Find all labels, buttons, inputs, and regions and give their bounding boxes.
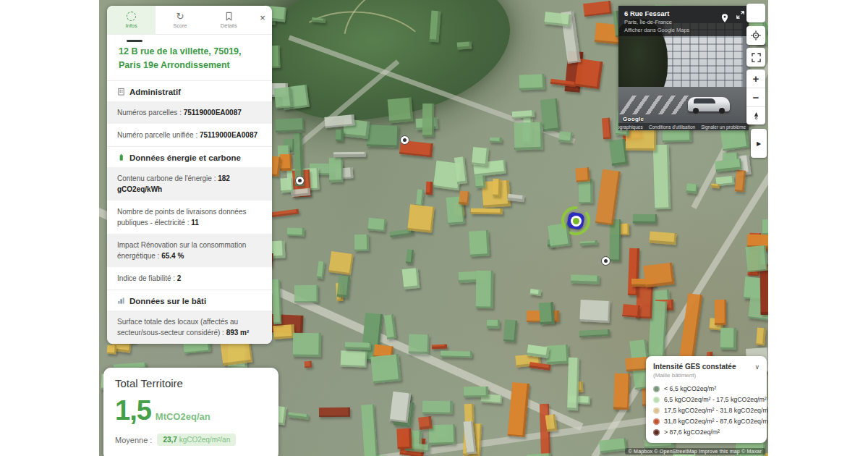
- section-bati: Données sur le bâti: [107, 290, 272, 311]
- section-title: Données sur le bâti: [129, 297, 206, 305]
- street-view-crosswalk: [619, 96, 697, 114]
- map-building: [288, 412, 310, 419]
- map-building: [294, 285, 318, 303]
- page: © Mapbox © OpenStreetMap Improve this ma…: [0, 0, 868, 456]
- row-value: 75119000EA0087: [184, 109, 242, 117]
- map-building: [422, 401, 453, 415]
- map-building: [367, 124, 399, 147]
- map-building: [402, 268, 420, 290]
- map-building: [653, 145, 671, 210]
- zoom-in-button[interactable]: +: [746, 69, 765, 88]
- tab-infos[interactable]: Infos: [107, 6, 156, 34]
- map-building: [273, 324, 294, 339]
- info-panel: Infos ↻ Score Détails × 12 B rue de la v…: [107, 6, 272, 344]
- legend-label: 31,8 kgCO2eq/m² - 87,6 kgCO2eq/m²: [664, 418, 768, 425]
- map-building: [472, 147, 489, 166]
- selected-parcel-marker[interactable]: [560, 205, 592, 237]
- map-building: [527, 453, 551, 456]
- marker-center-dot: [573, 218, 579, 224]
- map-building: [540, 98, 560, 132]
- fullscreen-button[interactable]: [746, 48, 765, 67]
- map-building: [610, 219, 621, 261]
- map-style-button[interactable]: [746, 4, 765, 22]
- chevron-down-icon[interactable]: ∨: [754, 363, 760, 371]
- map-building: [345, 342, 371, 350]
- map-building: [276, 118, 305, 132]
- target-dashed-icon: [127, 12, 136, 21]
- map-building: [354, 235, 369, 251]
- street-view-maps-link[interactable]: Afficher dans Google Maps: [624, 27, 743, 33]
- map-building: [329, 158, 344, 182]
- legend-subtitle: (Maille bâtiment): [653, 372, 760, 379]
- compass-button[interactable]: [746, 107, 765, 124]
- map-building: [406, 250, 414, 264]
- map-building: [476, 271, 494, 308]
- map-building: [305, 361, 312, 368]
- map-building: [319, 408, 350, 417]
- row-label: Nombre de points de livraisons données p…: [117, 208, 246, 227]
- tab-score[interactable]: ↻ Score: [156, 6, 204, 34]
- legend-item: 17,5 kgCO2eq/m² - 31,8 kgCO2eq/m²: [653, 407, 760, 414]
- panel-toggle-button[interactable]: ▶: [751, 129, 767, 158]
- legend-label: 6,5 kgCO2eq/m² - 17,5 kgCO2eq/m²: [664, 396, 767, 403]
- legend-title: Intensité GES constatée: [653, 363, 736, 371]
- row-value: 11: [191, 219, 199, 227]
- map-building: [361, 405, 378, 456]
- map-building: [633, 214, 657, 224]
- map-building: [686, 183, 697, 193]
- map-building: [287, 228, 305, 237]
- legend-dot: [653, 386, 660, 392]
- map-building: [508, 382, 530, 437]
- map-building: [571, 274, 600, 284]
- map-building: [628, 248, 639, 295]
- map-building: [370, 354, 401, 384]
- tab-bar: Infos ↻ Score Détails ×: [107, 6, 272, 35]
- map-building: [279, 154, 292, 172]
- map-building: [579, 329, 610, 337]
- map-building: [280, 178, 293, 193]
- close-icon[interactable]: ×: [253, 6, 272, 34]
- street-view-inset[interactable]: 6 Rue Fessart Paris, Île-de-France Affic…: [618, 6, 749, 130]
- attrib-item[interactable]: Photographiques: [618, 124, 643, 130]
- tab-score-label: Score: [173, 22, 187, 29]
- expand-icon[interactable]: [733, 7, 747, 22]
- geolocate-button[interactable]: [746, 26, 765, 45]
- map-attribution[interactable]: © Mapbox © OpenStreetMap Improve this ma…: [625, 448, 765, 455]
- refresh-icon: ↻: [176, 12, 184, 21]
- map-building: [390, 392, 412, 423]
- attrib-item[interactable]: Signaler un problème: [701, 124, 746, 130]
- row-label: Numéro parcelle unifiée :: [117, 131, 197, 139]
- info-row: Indice de fiabilité : 2: [107, 267, 272, 290]
- total-unit: MtCO2eq/an: [156, 411, 210, 422]
- map-building: [715, 300, 726, 325]
- map-building: [432, 345, 447, 350]
- map-building: [530, 289, 542, 296]
- poi-marker[interactable]: [400, 135, 409, 145]
- legend-item: 31,8 kgCO2eq/m² - 87,6 kgCO2eq/m²: [653, 418, 760, 425]
- row-label: Numéros parcelles :: [117, 109, 182, 117]
- legend-dot: [653, 429, 660, 436]
- info-row: Contenu carbone de l'énergie : 182 gCO2e…: [107, 167, 272, 200]
- map-building: [711, 183, 720, 188]
- map-building: [271, 209, 299, 218]
- legend-item: < 6,5 kgCO2eq/m²: [653, 385, 760, 392]
- active-tab-indicator: [127, 40, 142, 42]
- map-building: [602, 118, 611, 140]
- map-building: [567, 358, 579, 410]
- total-value: 1,5: [115, 395, 151, 426]
- bar-chart-icon: [117, 297, 125, 305]
- map-building: [735, 169, 746, 192]
- map-building: [643, 263, 674, 288]
- zoom-out-button[interactable]: −: [746, 88, 765, 107]
- average-label: Moyenne :: [115, 436, 152, 444]
- poi-marker[interactable]: [601, 256, 610, 266]
- map-building: [745, 245, 767, 272]
- poi-marker[interactable]: [295, 176, 305, 185]
- attrib-item[interactable]: Conditions d'utilisation: [649, 124, 695, 130]
- row-value: 893 m²: [226, 329, 250, 337]
- map-building: [595, 169, 621, 226]
- map-building: [760, 264, 768, 315]
- map-building: [459, 190, 469, 205]
- app-window: © Mapbox © OpenStreetMap Improve this ma…: [99, 0, 768, 456]
- tab-details[interactable]: Détails: [205, 6, 253, 34]
